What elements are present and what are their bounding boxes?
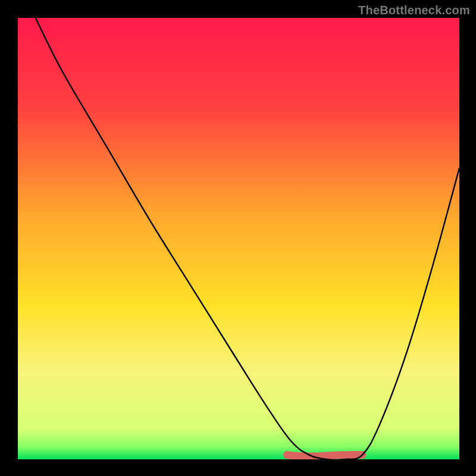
chart-frame: TheBottleneck.com bbox=[0, 0, 476, 476]
gradient-background bbox=[18, 18, 459, 459]
plot-area bbox=[18, 18, 459, 459]
optimal-range-marker bbox=[287, 455, 362, 456]
bottleneck-chart bbox=[18, 18, 459, 459]
watermark-text: TheBottleneck.com bbox=[358, 4, 470, 17]
